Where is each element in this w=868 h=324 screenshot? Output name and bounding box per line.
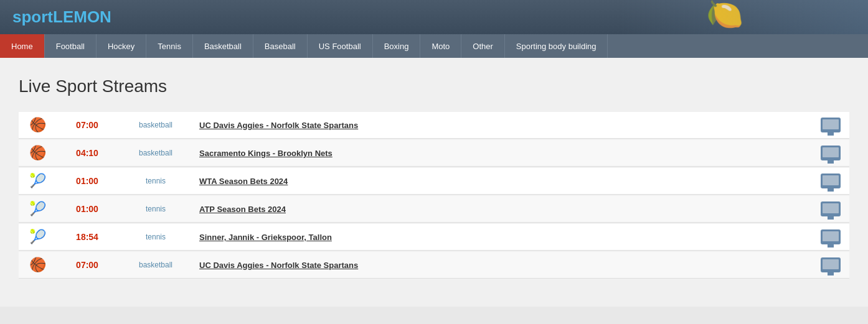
nav-item-home[interactable]: Home: [0, 34, 45, 58]
logo-highlight: LEMON: [53, 7, 111, 26]
stream-name: UC Davis Aggies - Norfolk State Spartans: [193, 259, 812, 271]
stream-time: 01:00: [56, 176, 118, 186]
athlete-bg: [619, 0, 868, 34]
tv-icon[interactable]: [821, 201, 841, 216]
tv-screen: [823, 175, 839, 185]
sport-icon: 🏀: [19, 145, 56, 161]
stream-sport: basketball: [118, 261, 193, 269]
page-title: Live Sport Streams: [19, 76, 849, 96]
sport-icon: 🎾: [19, 229, 56, 245]
stream-watch[interactable]: [812, 118, 849, 132]
sport-icon: 🏀: [19, 257, 56, 273]
stream-link[interactable]: ATP Season Bets 2024: [199, 205, 286, 214]
stream-sport: basketball: [118, 121, 193, 129]
stream-watch[interactable]: [812, 257, 849, 272]
sport-icon: 🏀: [19, 117, 56, 133]
stream-link[interactable]: UC Davis Aggies - Norfolk State Spartans: [199, 121, 358, 130]
stream-watch[interactable]: [812, 229, 849, 244]
stream-sport: tennis: [118, 233, 193, 241]
header: sportLEMON 🍋: [0, 0, 868, 34]
stream-time: 18:54: [56, 232, 118, 242]
main-content: Live Sport Streams 🏀 07:00 basketball UC…: [0, 58, 868, 307]
main-nav: HomeFootballHockeyTennisBasketballBaseba…: [0, 34, 868, 58]
nav-item-tennis[interactable]: Tennis: [146, 34, 193, 58]
tv-screen: [823, 203, 839, 213]
stream-time: 01:00: [56, 204, 118, 214]
nav-item-football[interactable]: Football: [45, 34, 97, 58]
tv-icon[interactable]: [821, 174, 841, 188]
stream-row: 🏀 04:10 basketball Sacramento Kings - Br…: [19, 140, 849, 167]
tv-icon[interactable]: [821, 118, 841, 132]
stream-link[interactable]: Sacramento Kings - Brooklyn Nets: [199, 149, 333, 158]
stream-sport: basketball: [118, 149, 193, 157]
stream-list: 🏀 07:00 basketball UC Davis Aggies - Nor…: [19, 112, 849, 279]
stream-row: 🏀 07:00 basketball UC Davis Aggies - Nor…: [19, 252, 849, 279]
stream-link[interactable]: UC Davis Aggies - Norfolk State Spartans: [199, 261, 358, 270]
sport-icon: 🎾: [19, 201, 56, 217]
stream-name: WTA Season Bets 2024: [193, 175, 812, 187]
stream-watch[interactable]: [812, 201, 849, 216]
stream-name: Sinner, Jannik - Griekspoor, Tallon: [193, 231, 812, 243]
nav-item-us-football[interactable]: US Football: [308, 34, 373, 58]
stream-row: 🎾 18:54 tennis Sinner, Jannik - Griekspo…: [19, 224, 849, 251]
stream-name: UC Davis Aggies - Norfolk State Spartans: [193, 119, 812, 131]
logo-text: sport: [12, 7, 53, 26]
stream-link[interactable]: WTA Season Bets 2024: [199, 177, 288, 186]
tv-icon[interactable]: [821, 257, 841, 272]
nav-item-boxing[interactable]: Boxing: [373, 34, 421, 58]
tv-screen: [823, 259, 839, 269]
nav-item-sporting-body-building[interactable]: Sporting body building: [505, 34, 608, 58]
stream-row: 🎾 01:00 tennis ATP Season Bets 2024: [19, 196, 849, 223]
stream-watch[interactable]: [812, 146, 849, 160]
nav-item-hockey[interactable]: Hockey: [97, 34, 146, 58]
tv-icon[interactable]: [821, 229, 841, 244]
tv-screen: [823, 231, 839, 241]
sport-icon: 🎾: [19, 173, 56, 189]
stream-time: 04:10: [56, 148, 118, 158]
stream-time: 07:00: [56, 260, 118, 270]
stream-row: 🏀 07:00 basketball UC Davis Aggies - Nor…: [19, 112, 849, 139]
stream-watch[interactable]: [812, 174, 849, 188]
nav-item-basketball[interactable]: Basketball: [193, 34, 253, 58]
stream-name: ATP Season Bets 2024: [193, 203, 812, 215]
nav-item-moto[interactable]: Moto: [420, 34, 461, 58]
site-logo[interactable]: sportLEMON: [12, 7, 111, 27]
stream-row: 🎾 01:00 tennis WTA Season Bets 2024: [19, 168, 849, 195]
stream-sport: tennis: [118, 205, 193, 213]
tv-screen: [823, 119, 839, 129]
stream-link[interactable]: Sinner, Jannik - Griekspoor, Tallon: [199, 233, 332, 242]
nav-item-other[interactable]: Other: [461, 34, 505, 58]
tv-screen: [823, 147, 839, 157]
stream-time: 07:00: [56, 120, 118, 130]
stream-sport: tennis: [118, 177, 193, 185]
tv-icon[interactable]: [821, 146, 841, 160]
nav-item-baseball[interactable]: Baseball: [253, 34, 308, 58]
stream-name: Sacramento Kings - Brooklyn Nets: [193, 147, 812, 159]
